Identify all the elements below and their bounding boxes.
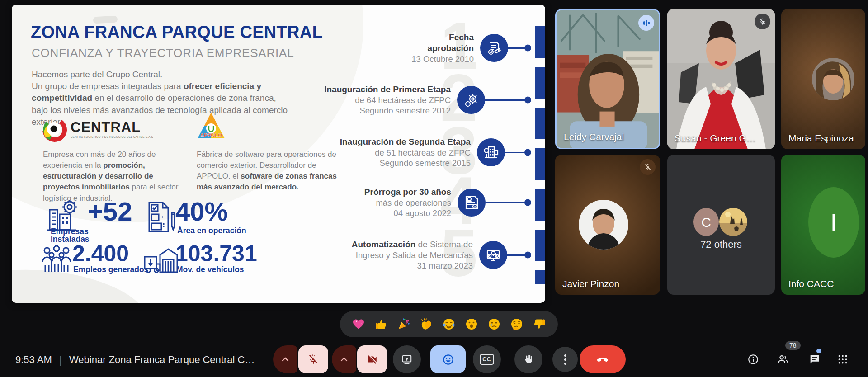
timeline-dot bbox=[524, 97, 531, 104]
participant-name: Info CACC bbox=[788, 278, 834, 289]
reaction-party-popper[interactable] bbox=[395, 316, 412, 333]
present-screen-icon bbox=[401, 353, 413, 365]
gears-icon bbox=[457, 86, 485, 114]
end-call-button[interactable] bbox=[580, 345, 626, 373]
slide-title: ZONA FRANCA PARQUE CENTRAL bbox=[31, 23, 323, 42]
camera-options-chevron-button[interactable] bbox=[332, 345, 356, 373]
meeting-info: 9:53 AM | Webinar Zona Franca Parque Cen… bbox=[15, 353, 255, 366]
automation-monitor-icon bbox=[479, 241, 507, 269]
buildings-icon bbox=[477, 138, 505, 166]
reaction-joy-face[interactable] bbox=[440, 316, 458, 333]
timeline-dot bbox=[524, 252, 531, 259]
stat-label: Empleos generados bbox=[73, 266, 148, 273]
chevron-up-icon bbox=[340, 357, 348, 362]
clock-time: 9:53 AM bbox=[15, 354, 52, 366]
reaction-thumbs-up[interactable] bbox=[373, 316, 390, 333]
central-logo: CENTRAL CENTRO LOGISTICO Y DE NEGOCIOS D… bbox=[42, 117, 153, 143]
certificate-check-icon bbox=[458, 188, 486, 217]
reaction-clapping-hands[interactable] bbox=[418, 316, 435, 333]
central-swirl-icon bbox=[42, 117, 68, 143]
stat-value: +52 bbox=[88, 196, 132, 226]
participant-tile-susan[interactable]: Susan - Green G… bbox=[667, 9, 775, 149]
approval-stamp-icon bbox=[480, 34, 508, 62]
mic-off-icon bbox=[307, 353, 319, 365]
mic-options-chevron-button[interactable] bbox=[273, 345, 297, 373]
mic-mute-button[interactable] bbox=[298, 345, 328, 373]
participants-button[interactable] bbox=[777, 353, 789, 366]
leidy-video-feed bbox=[557, 10, 659, 148]
reactions-toggle-button[interactable] bbox=[430, 345, 466, 373]
stat-label: Área en operación bbox=[177, 227, 246, 235]
blueprint-pencil-icon bbox=[144, 201, 178, 233]
reaction-thumbs-down[interactable] bbox=[531, 316, 548, 333]
participant-tile-javier[interactable]: Javier Pinzon bbox=[555, 155, 660, 295]
avatar: I bbox=[808, 187, 859, 258]
meeting-title: Webinar Zona Franca Parque Central C… bbox=[69, 354, 255, 366]
divider: | bbox=[59, 353, 62, 366]
participant-tile-maria[interactable]: Maria Espinoza bbox=[781, 9, 865, 149]
raise-hand-button[interactable] bbox=[514, 345, 542, 373]
truck-warehouse-icon bbox=[143, 244, 178, 274]
chat-button[interactable] bbox=[808, 353, 821, 366]
reaction-surprised-face[interactable] bbox=[463, 316, 480, 333]
timeline-dot bbox=[524, 199, 531, 206]
central-description: Empresa con más de 20 años de experienci… bbox=[43, 149, 185, 204]
smiley-icon bbox=[442, 353, 454, 366]
audio-level-indicator bbox=[638, 15, 654, 31]
participant-name: Maria Espinoza bbox=[788, 133, 854, 144]
captions-button[interactable]: CC bbox=[473, 345, 501, 373]
susan-video-feed bbox=[667, 9, 775, 149]
timeline-edge-bars bbox=[535, 26, 545, 284]
chat-notification-dot bbox=[816, 349, 821, 353]
appolo-triangle-icon: APPOLO bbox=[196, 111, 226, 144]
chevron-up-icon bbox=[282, 357, 289, 362]
present-screen-button[interactable] bbox=[393, 345, 421, 373]
more-options-button[interactable] bbox=[552, 347, 578, 372]
meet-window: ZONA FRANCA PARQUE CENTRAL CONFIANZA Y T… bbox=[0, 0, 868, 377]
stat-value: 103.731 bbox=[175, 240, 257, 267]
meeting-details-button[interactable] bbox=[747, 353, 760, 366]
participant-name: Susan - Green G… bbox=[675, 133, 756, 144]
participant-tile-leidy[interactable]: Leidy Carvajal bbox=[555, 9, 660, 149]
central-logo-name: CENTRAL bbox=[71, 120, 153, 134]
others-count-label[interactable]: 72 others bbox=[667, 239, 775, 250]
people-group-icon bbox=[41, 244, 72, 274]
people-icon bbox=[777, 353, 789, 366]
apps-grid-icon bbox=[837, 353, 849, 365]
end-call-icon bbox=[596, 353, 609, 366]
mic-off-icon bbox=[759, 18, 767, 26]
avatar-letter: C bbox=[701, 215, 711, 230]
central-logo-tagline: CENTRO LOGISTICO Y DE NEGOCIOS DEL CARIB… bbox=[71, 135, 153, 138]
info-icon bbox=[747, 353, 759, 365]
raised-hand-icon bbox=[523, 353, 534, 365]
timeline-dot bbox=[524, 45, 531, 52]
muted-mic-indicator bbox=[755, 14, 770, 29]
reaction-sparkling-heart[interactable] bbox=[350, 316, 367, 333]
presented-slide: ZONA FRANCA PARQUE CENTRAL CONFIANZA Y T… bbox=[12, 5, 545, 303]
camera-control-group bbox=[332, 345, 387, 373]
reaction-crying-face[interactable] bbox=[486, 316, 503, 333]
chat-icon bbox=[808, 353, 821, 366]
appolo-logo: APPOLO bbox=[196, 111, 226, 146]
mic-off-icon bbox=[644, 163, 652, 171]
stat-value: 2.400 bbox=[72, 240, 129, 267]
chat-unread-badge: 78 bbox=[785, 341, 801, 350]
participant-name: Leidy Carvajal bbox=[564, 132, 624, 142]
reaction-thinking-face[interactable] bbox=[508, 316, 525, 333]
avatar bbox=[579, 200, 628, 251]
stat-label: Mov. de vehículos bbox=[176, 266, 244, 273]
participant-name: Javier Pinzon bbox=[562, 278, 619, 289]
speaking-bars-icon bbox=[642, 19, 651, 28]
avatar-letter: I bbox=[830, 209, 837, 236]
cc-icon: CC bbox=[480, 354, 494, 365]
stat-value: 40% bbox=[175, 196, 228, 226]
muted-mic-indicator bbox=[640, 159, 656, 175]
timeline-dot bbox=[524, 149, 531, 156]
participant-tile-info-cacc[interactable]: I Info CACC bbox=[781, 155, 865, 295]
activities-button[interactable] bbox=[836, 353, 849, 366]
group-avatars: C bbox=[693, 208, 750, 238]
camera-off-button[interactable] bbox=[357, 345, 387, 373]
participant-tile-others[interactable]: C 72 others bbox=[667, 155, 775, 295]
camera-off-icon bbox=[366, 353, 378, 365]
intro-heading: Hacemos parte del Grupo Central. bbox=[32, 69, 294, 80]
